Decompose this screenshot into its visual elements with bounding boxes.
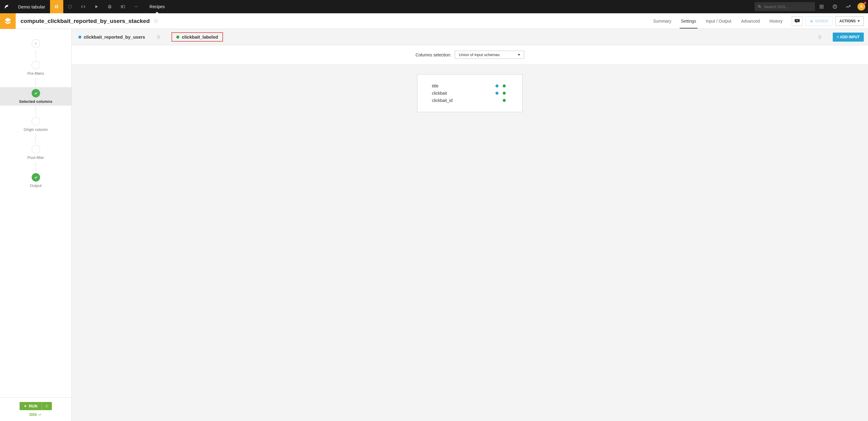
help-icon[interactable]: ? (828, 0, 841, 13)
engine-name: DSS (30, 413, 37, 417)
col-presence-ds2 (501, 99, 508, 102)
columns-selection-dropdown[interactable]: Union of input schemas (455, 51, 524, 59)
bird-logo[interactable] (0, 0, 13, 13)
svg-point-8 (137, 6, 138, 7)
svg-point-0 (68, 5, 72, 8)
svg-rect-4 (121, 5, 125, 8)
columns-grid: title clickbait clickbait_id (417, 74, 523, 112)
tab-summary[interactable]: Summary (648, 13, 676, 29)
search-icon (758, 4, 761, 9)
tab-input-output[interactable]: Input / Output (701, 13, 736, 29)
step-origin[interactable]: Origin column (0, 115, 71, 133)
refresh-icon[interactable] (153, 19, 158, 24)
svg-point-7 (136, 6, 136, 7)
card-icon[interactable] (116, 0, 130, 13)
col-presence-ds2 (501, 85, 508, 87)
col-presence-ds1 (493, 92, 501, 95)
caret-down-icon (518, 54, 520, 56)
discussion-icon[interactable]: + (792, 16, 803, 26)
step-postfilter[interactable]: Post-filter (0, 143, 71, 162)
save-icon (809, 19, 813, 23)
column-row: clickbait_id (432, 97, 508, 104)
arrow-down-icon (34, 42, 37, 45)
svg-text:?: ? (834, 5, 835, 8)
step-input[interactable] (0, 37, 71, 50)
check-icon (34, 175, 38, 179)
svg-rect-11 (821, 5, 822, 6)
circle-icon[interactable] (63, 0, 76, 13)
step-origin-label: Origin column (24, 127, 48, 132)
svg-point-6 (135, 6, 135, 7)
tab-history[interactable]: History (765, 13, 787, 29)
apps-icon[interactable] (815, 0, 828, 13)
search-box[interactable] (755, 2, 815, 11)
svg-rect-10 (820, 5, 821, 6)
caret-down-icon (858, 20, 860, 22)
svg-text:+: + (796, 19, 798, 22)
step-output[interactable]: Output (0, 171, 71, 190)
svg-point-24 (39, 414, 40, 415)
svg-rect-14 (821, 6, 822, 7)
step-selected-columns[interactable]: Selected columns (0, 87, 71, 106)
flow-icon[interactable] (50, 0, 63, 13)
col-presence-ds2 (501, 92, 508, 95)
column-row: title (432, 82, 508, 90)
column-row: clickbait (432, 90, 508, 97)
activity-icon[interactable] (841, 0, 855, 13)
print-icon[interactable] (103, 0, 116, 13)
step-output-label: Output (30, 183, 41, 188)
step-selected-label: Selected columns (19, 99, 53, 104)
run-settings-button[interactable] (42, 402, 52, 410)
svg-rect-5 (122, 6, 123, 7)
column-name: title (432, 84, 493, 88)
check-icon (34, 91, 38, 95)
tab-advanced[interactable]: Advanced (736, 13, 765, 29)
svg-rect-1 (108, 6, 111, 7)
delete-dataset-1[interactable] (156, 35, 162, 39)
engine-label[interactable]: DSS (30, 413, 42, 417)
svg-rect-2 (109, 5, 110, 6)
code-icon[interactable] (76, 0, 90, 13)
step-prefilters[interactable]: Pre-filters (0, 59, 71, 78)
avatar-letter: A (860, 4, 863, 9)
column-name: clickbait_id (432, 98, 493, 103)
dataset-2-name: clickbait_labeled (182, 34, 218, 39)
dataset-2-dot (176, 36, 179, 39)
dataset-2[interactable]: clickbait_labeled (172, 32, 223, 41)
dataset-1[interactable]: clickbait_reported_by_users (76, 33, 147, 41)
columns-selection-value: Union of input schemas (459, 53, 500, 57)
play-icon[interactable] (90, 0, 103, 13)
saved-button: SAVED! (806, 16, 832, 26)
svg-rect-13 (820, 6, 821, 7)
column-name: clickbait (432, 91, 493, 96)
project-name[interactable]: Demo tabular (13, 4, 50, 9)
recipe-title: compute_clickbait_reported_by_users_stac… (16, 18, 150, 24)
step-prefilters-label: Pre-filters (27, 71, 44, 76)
search-input[interactable] (764, 4, 812, 9)
more-icon[interactable] (130, 0, 143, 13)
svg-rect-17 (821, 7, 822, 8)
delete-dataset-2[interactable] (818, 35, 824, 39)
tab-settings[interactable]: Settings (676, 13, 701, 29)
play-icon (24, 404, 27, 408)
svg-rect-15 (823, 6, 824, 7)
columns-selection-label: Columns selection: (415, 53, 451, 57)
gear-icon (45, 404, 49, 408)
actions-button[interactable]: ACTIONS (835, 16, 864, 26)
col-presence-ds1 (493, 85, 501, 87)
svg-point-25 (40, 414, 41, 415)
step-postfilter-label: Post-filter (27, 155, 44, 160)
dataset-1-name: clickbait_reported_by_users (84, 34, 145, 39)
gears-icon (38, 413, 42, 417)
avatar[interactable]: A (855, 0, 868, 13)
actions-label: ACTIONS (839, 19, 856, 23)
add-input-button[interactable]: + ADD INPUT (833, 33, 864, 41)
svg-rect-12 (823, 5, 824, 6)
saved-label: SAVED! (815, 19, 829, 23)
run-button[interactable]: RUN (20, 402, 42, 410)
notification-dot (864, 2, 866, 4)
svg-point-23 (46, 405, 47, 407)
recipe-type-icon (0, 13, 16, 29)
svg-rect-16 (820, 7, 821, 8)
nav-tab-recipes[interactable]: Recipes (143, 0, 172, 13)
